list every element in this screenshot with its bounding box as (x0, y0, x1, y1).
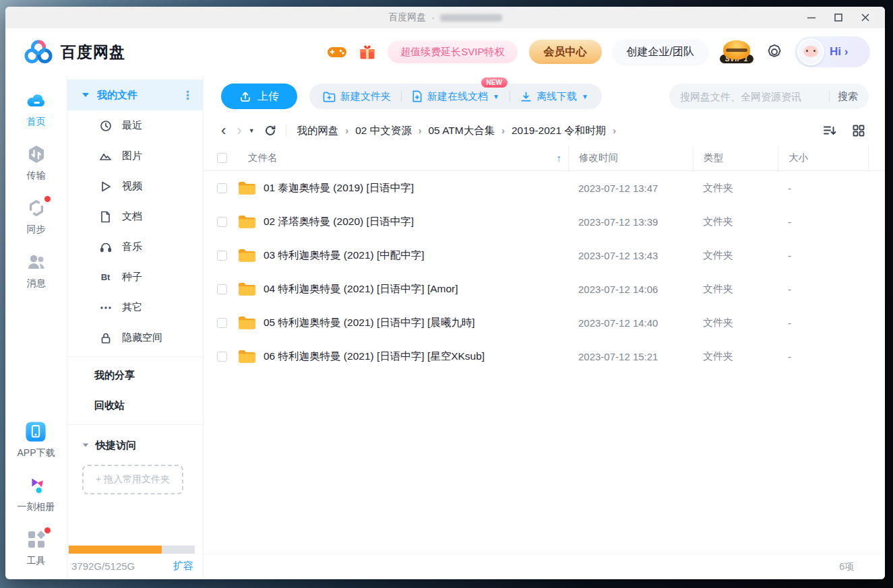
table-row[interactable]: 06 特利迦奥特曼 (2021) [日语中字] [星空XKsub] 2023-0… (204, 339, 885, 373)
refresh-icon (264, 125, 276, 137)
kebab-menu-icon[interactable]: ⋮ (182, 90, 193, 101)
rail-item-app-download[interactable]: APP下载 (17, 422, 55, 459)
file-name[interactable]: 03 特利迦奥特曼 (2021) [中配中字] (264, 249, 425, 263)
gift-icon[interactable] (359, 43, 376, 61)
column-header-modified[interactable]: 修改时间 (568, 145, 693, 170)
table-row[interactable]: 05 特利迦奥特曼 (2021) [日语中字] [晨曦九時] 2023-07-1… (204, 306, 885, 339)
sidebar-item-videos[interactable]: 视频 (67, 171, 203, 201)
sidebar-item-label: 其它 (122, 301, 142, 314)
new-folder-button[interactable]: 新建文件夹 (323, 90, 391, 103)
divider (510, 91, 510, 102)
history-dropdown-icon[interactable]: ▼ (249, 127, 255, 134)
file-name[interactable]: 05 特利迦奥特曼 (2021) [日语中字] [晨曦九時] (264, 316, 475, 330)
main-panel: 上传 新建文件夹 NEW (204, 75, 885, 579)
sidebar-item-label: 最近 (122, 119, 142, 132)
breadcrumb-item[interactable]: 我的网盘 (297, 124, 339, 138)
baidu-netdisk-logo-icon (23, 40, 54, 64)
rail-label: 同步 (27, 224, 46, 236)
greeting-label: Hi › (830, 45, 848, 59)
search-button[interactable]: 搜索 (838, 90, 858, 103)
svip-renew-promo-button[interactable]: 超值续费延长SVIP特权 (388, 40, 517, 63)
divider (401, 91, 402, 102)
offline-download-button[interactable]: 离线下载 ▼ (520, 90, 588, 103)
file-size: - (778, 216, 869, 228)
folder-icon (238, 315, 255, 330)
breadcrumb-item[interactable]: 05 ATM大合集 (428, 124, 495, 138)
row-checkbox[interactable] (217, 352, 227, 362)
create-team-button[interactable]: 创建企业/团队 (613, 40, 708, 64)
rail-item-messages[interactable]: 消息 (26, 252, 47, 290)
table-row[interactable]: 01 泰迦奥特曼 (2019) [日语中字] 2023-07-12 13:47 … (204, 171, 885, 205)
file-name[interactable]: 06 特利迦奥特曼 (2021) [日语中字] [星空XKsub] (264, 350, 485, 364)
rail-item-photo-album[interactable]: 一刻相册 (18, 476, 55, 513)
sidebar-item-hidden-space[interactable]: 隐藏空间 (67, 323, 203, 353)
grid-view-icon[interactable] (853, 125, 865, 137)
minimize-icon (807, 13, 816, 22)
rail-item-sync[interactable]: 同步 (26, 198, 47, 236)
sidebar-item-my-shares[interactable]: 我的分享 (67, 360, 203, 391)
row-checkbox[interactable] (217, 284, 227, 294)
forward-button[interactable]: › (237, 123, 241, 138)
column-header-type[interactable]: 类型 (693, 145, 778, 170)
back-button[interactable]: ‹ (221, 123, 226, 138)
row-checkbox[interactable] (217, 251, 227, 261)
file-name[interactable]: 04 特利迦奥特曼 (2021) [日语中字] [Amor] (264, 282, 458, 296)
folder-drop-zone[interactable]: + 拖入常用文件夹 (82, 465, 183, 494)
sort-ascending-icon[interactable]: ↑ (557, 152, 562, 164)
column-header-size[interactable]: 大小 (778, 145, 869, 170)
sidebar-section-quick-access[interactable]: 快捷访问 (67, 428, 203, 462)
breadcrumb-item[interactable]: 2019-2021 令和时期 (512, 124, 606, 138)
game-controller-icon[interactable] (327, 44, 347, 59)
sidebar-item-images[interactable]: 图片 (67, 141, 203, 171)
vip-center-button[interactable]: 会员中心 (529, 40, 602, 64)
app-logo[interactable]: 百度网盘 (23, 40, 125, 64)
new-online-doc-button[interactable]: NEW 新建在线文档 ▼ (412, 90, 499, 103)
column-header-name[interactable]: 文件名 (248, 152, 278, 164)
sidebar-item-documents[interactable]: 文档 (67, 201, 203, 232)
sidebar-item-recent[interactable]: 最近 (67, 110, 203, 141)
sidebar-item-other[interactable]: 其它 (67, 292, 203, 323)
refresh-button[interactable] (264, 125, 276, 137)
user-account-button[interactable]: Hi › (795, 36, 870, 67)
notification-dot (44, 527, 51, 533)
row-checkbox[interactable] (217, 183, 227, 193)
sidebar-item-torrents[interactable]: Bt 种子 (67, 262, 203, 292)
rail-item-tools[interactable]: 工具 (26, 529, 47, 567)
select-all-checkbox[interactable] (217, 153, 227, 163)
file-name[interactable]: 02 泽塔奥特曼 (2020) [日语中字] (264, 215, 414, 229)
table-row[interactable]: 04 特利迦奥特曼 (2021) [日语中字] [Amor] 2023-07-1… (204, 272, 885, 306)
sidebar-section-my-files[interactable]: 我的文件 ⋮ (67, 79, 203, 110)
sidebar: 我的文件 ⋮ 最近 图片 视频 (67, 75, 204, 579)
close-button[interactable] (855, 9, 875, 26)
file-list: 01 泰迦奥特曼 (2019) [日语中字] 2023-07-12 13:47 … (204, 171, 885, 554)
sort-order-icon[interactable] (823, 125, 836, 137)
folder-icon (238, 214, 255, 229)
chevron-down-icon: ▼ (582, 93, 588, 100)
table-row[interactable]: 02 泽塔奥特曼 (2020) [日语中字] 2023-07-12 13:39 … (204, 205, 885, 238)
sidebar-item-recycle-bin[interactable]: 回收站 (67, 391, 203, 421)
expand-storage-link[interactable]: 扩容 (173, 560, 193, 573)
minimize-button[interactable] (801, 9, 822, 26)
breadcrumb-separator: › (613, 125, 616, 136)
row-checkbox[interactable] (217, 318, 227, 328)
rail-item-transfer[interactable]: 传输 (26, 144, 47, 182)
breadcrumb-item[interactable]: 02 中文资源 (355, 124, 412, 138)
upload-button[interactable]: 上传 (221, 84, 297, 109)
storage-bar (69, 546, 195, 554)
sidebar-item-music[interactable]: 音乐 (67, 232, 203, 262)
row-checkbox[interactable] (217, 217, 227, 227)
maximize-button[interactable] (828, 9, 849, 26)
file-name[interactable]: 01 泰迦奥特曼 (2019) [日语中字] (264, 181, 414, 195)
chevron-down-icon (83, 443, 89, 447)
svip-badge[interactable]: SVIP 1 (719, 40, 754, 63)
my-files-label: 我的文件 (97, 89, 137, 102)
table-row[interactable]: 03 特利迦奥特曼 (2021) [中配中字] 2023-07-12 13:43… (204, 238, 885, 272)
file-modified: 2023-07-12 13:47 (568, 183, 693, 194)
window-title: 百度网盘 · (5, 11, 885, 24)
divider (286, 125, 286, 137)
rail-label: 传输 (27, 170, 46, 182)
settings-gear-icon[interactable] (766, 43, 783, 61)
table-header: 文件名 ↑ 修改时间 类型 大小 (204, 145, 885, 171)
rail-item-home[interactable]: 首页 (26, 90, 47, 128)
search-input[interactable] (680, 91, 821, 102)
